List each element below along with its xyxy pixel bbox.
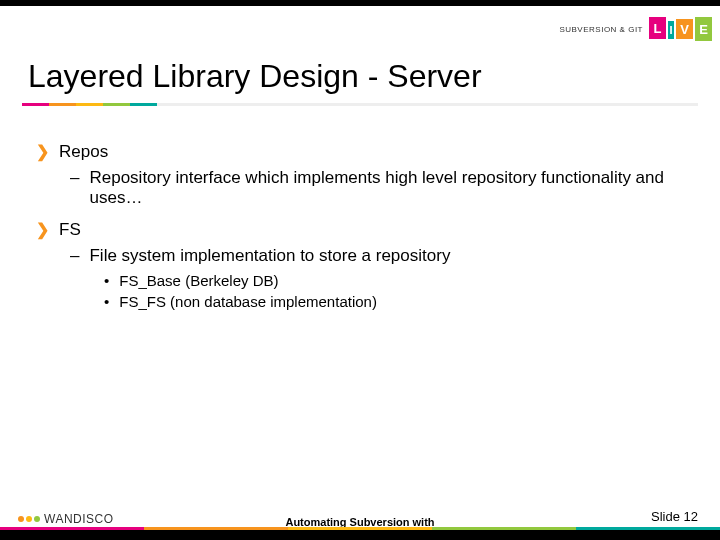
bullet-label: Repos <box>59 142 108 162</box>
live-letter-l: L <box>649 17 666 39</box>
live-letter-e: E <box>695 17 712 41</box>
sub-bullet: – Repository interface which implements … <box>36 168 680 208</box>
wandisco-logo: WANDISCO <box>18 512 114 526</box>
footer: WANDISCO Automating Subversion with Bind… <box>0 496 720 540</box>
chevron-right-icon: ❯ <box>36 142 49 161</box>
slide-number: Slide 12 <box>651 509 698 524</box>
slide-title: Layered Library Design - Server <box>0 52 720 95</box>
live-letter-i: I <box>668 21 674 39</box>
header: SUBVERSION & GIT L I V E <box>0 6 720 52</box>
bullet-repos: ❯ Repos <box>36 142 680 162</box>
sub-sub-bullet-label: FS_FS (non database implementation) <box>119 293 377 310</box>
live-logo: L I V E <box>649 17 712 41</box>
sub-bullet-label: File system implementation to store a re… <box>89 246 450 266</box>
dash-icon: – <box>70 246 79 266</box>
bullet-label: FS <box>59 220 81 240</box>
chevron-right-icon: ❯ <box>36 220 49 239</box>
logo-text: WANDISCO <box>44 512 114 526</box>
content-area: ❯ Repos – Repository interface which imp… <box>0 106 720 310</box>
logo-dots-icon <box>18 516 40 522</box>
sub-bullet: – File system implementation to store a … <box>36 246 680 266</box>
sub-sub-bullet: • FS_FS (non database implementation) <box>36 293 680 310</box>
sub-bullet-label: Repository interface which implements hi… <box>89 168 680 208</box>
sub-sub-bullet-label: FS_Base (Berkeley DB) <box>119 272 278 289</box>
bullet-dot-icon: • <box>104 272 109 289</box>
dash-icon: – <box>70 168 79 208</box>
bullet-dot-icon: • <box>104 293 109 310</box>
footer-bottom-bar <box>0 530 720 540</box>
bullet-fs: ❯ FS <box>36 220 680 240</box>
live-letter-v: V <box>676 19 693 39</box>
sub-sub-bullet: • FS_Base (Berkeley DB) <box>36 272 680 289</box>
subversion-git-label: SUBVERSION & GIT <box>559 25 643 34</box>
